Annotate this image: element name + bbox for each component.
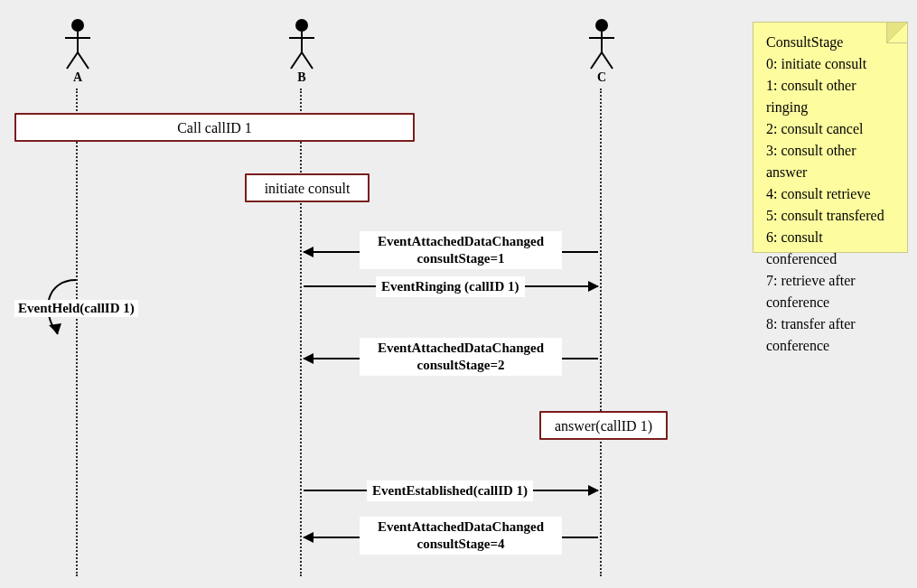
msg-established-line1: EventEstablished(callID 1) xyxy=(372,483,528,498)
msg-established: EventEstablished(callID 1) xyxy=(367,481,533,501)
box-initiate-label: initiate consult xyxy=(265,181,351,196)
msg-stage4-line1: EventAttachedDataChanged xyxy=(378,519,544,534)
note-line-3: 3: consult other answer xyxy=(766,140,894,183)
note-line-2: 2: consult cancel xyxy=(766,118,894,140)
note-title: ConsultStage xyxy=(766,32,894,53)
actor-a: A xyxy=(60,18,96,85)
note-line-7: 7: retrieve after conference xyxy=(766,270,894,313)
note-fold-icon xyxy=(886,23,907,43)
arrowhead-left-icon xyxy=(303,353,313,364)
msg-stage2: EventAttachedDataChanged consultStage=2 xyxy=(360,338,562,376)
msg-stage2-line1: EventAttachedDataChanged xyxy=(378,341,544,355)
arrowhead-right-icon xyxy=(588,485,599,496)
box-call-callid-1: Call callID 1 xyxy=(14,113,415,142)
box-call-label: Call callID 1 xyxy=(177,120,252,135)
note-line-1: 1: consult other ringing xyxy=(766,75,894,118)
box-initiate-consult: initiate consult xyxy=(245,173,370,202)
msg-stage4: EventAttachedDataChanged consultStage=4 xyxy=(360,517,562,555)
msg-ringing: EventRinging (callID 1) xyxy=(376,276,525,297)
note-consult-stage: ConsultStage 0: initiate consult 1: cons… xyxy=(753,22,908,253)
svg-marker-15 xyxy=(49,323,61,334)
box-answer-label: answer(callID 1) xyxy=(555,418,652,434)
stickman-icon xyxy=(61,18,94,72)
note-line-5: 5: consult transfered xyxy=(766,205,894,227)
box-answer: answer(callID 1) xyxy=(539,411,668,440)
note-line-4: 4: consult retrieve xyxy=(766,183,894,205)
note-line-8: 8: transfer after conference xyxy=(766,313,894,357)
arrowhead-left-icon xyxy=(303,247,313,257)
lifeline-c xyxy=(600,89,602,576)
svg-line-14 xyxy=(602,52,613,69)
actor-b: B xyxy=(284,18,320,85)
svg-line-4 xyxy=(78,52,89,69)
actor-a-label: A xyxy=(60,70,96,85)
svg-line-8 xyxy=(291,52,302,69)
svg-line-3 xyxy=(67,52,78,69)
actor-b-label: B xyxy=(284,70,320,85)
msg-stage4-line2: consultStage=4 xyxy=(417,537,505,551)
stickman-icon xyxy=(585,18,618,72)
msg-stage1: EventAttachedDataChanged consultStage=1 xyxy=(360,231,562,269)
actor-c: C xyxy=(584,18,620,85)
msg-stage2-line2: consultStage=2 xyxy=(417,358,505,372)
svg-line-13 xyxy=(591,52,602,69)
msg-stage1-line1: EventAttachedDataChanged xyxy=(378,234,544,248)
svg-point-0 xyxy=(71,19,84,32)
svg-point-10 xyxy=(595,19,608,32)
note-line-0: 0: initiate consult xyxy=(766,53,894,75)
svg-point-5 xyxy=(295,19,308,32)
svg-line-9 xyxy=(302,52,313,69)
stickman-icon xyxy=(285,18,318,72)
arrowhead-left-icon xyxy=(303,532,313,543)
sequence-diagram: A B C Call callID 1 initiate consult xyxy=(0,0,917,588)
msg-ringing-line1: EventRinging (callID 1) xyxy=(381,279,519,294)
msg-stage1-line2: consultStage=1 xyxy=(417,251,505,266)
arrowhead-right-icon xyxy=(588,281,599,292)
lifeline-b xyxy=(300,89,302,576)
actor-c-label: C xyxy=(584,70,620,85)
self-message-label: EventHeld(callID 1) xyxy=(14,300,138,317)
note-line-6: 6: consult conferenced xyxy=(766,227,894,270)
